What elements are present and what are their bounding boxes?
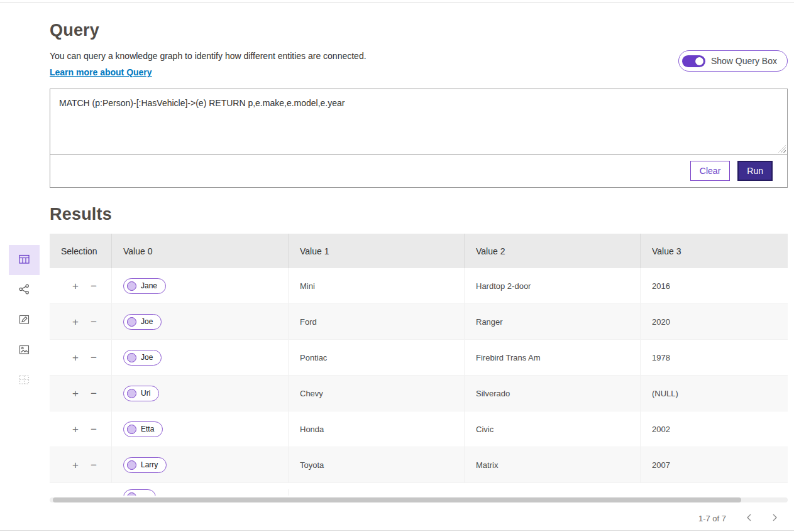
- table-row: + − Uri Chevy Silverado (NULL): [50, 376, 788, 411]
- value2-cell: Firebird Trans Am: [465, 340, 641, 375]
- entity-chip[interactable]: Joe: [123, 350, 162, 366]
- value2-cell: Ranger: [465, 304, 641, 339]
- entity-label: Joe: [141, 317, 153, 326]
- remove-from-selection-button[interactable]: −: [89, 424, 98, 435]
- table-body-clip: + − Jane Mini Hardtop 2-door 2016 + − Jo…: [50, 268, 788, 496]
- entity-chip[interactable]: Uri: [123, 386, 159, 401]
- add-to-selection-button[interactable]: +: [71, 281, 80, 291]
- query-page: Query You can query a knowledge graph to…: [0, 0, 794, 532]
- table-row: + − Joe Ford Ranger 2020: [50, 304, 788, 340]
- entity-label: Larry: [141, 460, 158, 469]
- selection-cell: + −: [50, 340, 112, 375]
- value3-cell: 2002: [641, 411, 788, 447]
- column-header-value1: Value 1: [289, 234, 465, 268]
- results-view-switcher: [9, 245, 40, 396]
- add-to-selection-button[interactable]: +: [71, 388, 80, 399]
- selection-cell: + −: [50, 268, 112, 303]
- entity-chip[interactable]: Jane: [123, 278, 166, 294]
- results-table: Selection Value 0 Value 1 Value 2 Value …: [50, 234, 788, 532]
- entity-label: Uri: [141, 389, 150, 398]
- value2-cell: Matrix: [465, 447, 641, 482]
- entity-label: Joe: [141, 353, 153, 362]
- pagination-info: 1-7 of 7: [698, 514, 726, 523]
- entity-icon: [127, 425, 136, 434]
- query-actions: Clear Run: [50, 155, 787, 187]
- remove-from-selection-button[interactable]: −: [89, 460, 98, 470]
- selection-cell: + −: [50, 304, 112, 339]
- selection-cell: + −: [50, 411, 112, 447]
- run-button[interactable]: Run: [738, 161, 772, 180]
- learn-more-link[interactable]: Learn more about Query: [50, 67, 152, 77]
- value1-cell: Pontiac: [289, 340, 465, 375]
- entity-label: Jane: [141, 281, 157, 290]
- value0-cell: Larry: [112, 447, 289, 482]
- link-chart-view-button[interactable]: [9, 275, 40, 305]
- remove-from-selection-button[interactable]: −: [89, 281, 98, 291]
- next-page-button[interactable]: [766, 510, 783, 526]
- add-to-selection-button[interactable]: +: [71, 424, 80, 435]
- remove-from-selection-button[interactable]: −: [89, 352, 98, 363]
- toggle-switch[interactable]: [682, 55, 705, 67]
- add-to-selection-button[interactable]: +: [71, 317, 80, 327]
- entity-icon: [127, 389, 136, 398]
- value1-cell: Ford: [289, 304, 465, 339]
- value0-cell: Uri: [112, 376, 289, 411]
- entity-chip[interactable]: Joe: [123, 314, 162, 330]
- value0-cell: Joe: [112, 304, 289, 339]
- column-header-value2: Value 2: [465, 234, 641, 268]
- page-title: Query: [50, 21, 788, 40]
- remove-from-selection-button[interactable]: −: [89, 388, 98, 399]
- chart-view-icon: [18, 313, 30, 328]
- entity-icon: [127, 492, 136, 496]
- add-to-selection-button[interactable]: +: [71, 460, 80, 470]
- toggle-knob: [695, 57, 703, 65]
- value3-cell: 2020: [641, 304, 788, 339]
- value0-cell: [112, 489, 289, 496]
- table-row: + − Etta Honda Civic 2002: [50, 411, 788, 447]
- table-footer: 1-7 of 7: [50, 502, 788, 532]
- column-header-value3: Value 3: [641, 234, 788, 268]
- table-view-button[interactable]: [9, 245, 40, 275]
- entity-chip[interactable]: Etta: [123, 421, 163, 437]
- map-view-button[interactable]: [9, 335, 40, 366]
- table-body: + − Jane Mini Hardtop 2-door 2016 + − Jo…: [50, 268, 788, 483]
- selection-view-icon: [18, 374, 30, 388]
- column-header-selection: Selection: [50, 234, 112, 268]
- value2-cell: Hardtop 2-door: [465, 268, 641, 303]
- value1-cell: Mini: [289, 268, 465, 303]
- table-view-icon: [18, 253, 30, 268]
- selection-cell: + −: [50, 376, 112, 411]
- scrollbar-thumb[interactable]: [53, 497, 741, 502]
- table-row: + − Larry Toyota Matrix 2007: [50, 447, 788, 483]
- chart-view-button[interactable]: [9, 305, 40, 335]
- horizontal-scrollbar[interactable]: [50, 497, 788, 502]
- chevron-left-icon: [744, 513, 754, 524]
- entity-icon: [127, 353, 136, 362]
- entity-chip[interactable]: Larry: [123, 457, 167, 473]
- value0-cell: Jane: [112, 268, 289, 303]
- entity-icon: [127, 317, 136, 327]
- page-description: You can query a knowledge graph to ident…: [50, 51, 788, 61]
- entity-chip[interactable]: [123, 489, 156, 496]
- chevron-right-icon: [769, 513, 780, 524]
- value2-cell: Silverado: [465, 376, 641, 411]
- table-row: + − Joe Pontiac Firebird Trans Am 1978: [50, 340, 788, 376]
- clear-button[interactable]: Clear: [690, 161, 730, 181]
- show-query-box-toggle[interactable]: Show Query Box: [678, 50, 788, 72]
- value1-cell: Honda: [289, 411, 465, 447]
- table-header: Selection Value 0 Value 1 Value 2 Value …: [50, 234, 788, 268]
- query-input[interactable]: MATCH (p:Person)-[:HasVehicle]->(e) RETU…: [50, 89, 787, 154]
- entity-label: [141, 493, 147, 496]
- selection-cell: + −: [50, 447, 112, 482]
- previous-page-button[interactable]: [741, 510, 758, 526]
- map-view-icon: [18, 344, 30, 358]
- results-title: Results: [50, 205, 788, 224]
- table-row-partial: [50, 483, 788, 496]
- link-chart-view-icon: [18, 283, 30, 298]
- query-box: MATCH (p:Person)-[:HasVehicle]->(e) RETU…: [50, 89, 788, 188]
- bottom-divider: [0, 530, 794, 531]
- value3-cell: 2016: [641, 268, 788, 303]
- remove-from-selection-button[interactable]: −: [89, 317, 98, 327]
- entity-icon: [127, 281, 136, 291]
- add-to-selection-button[interactable]: +: [71, 352, 80, 363]
